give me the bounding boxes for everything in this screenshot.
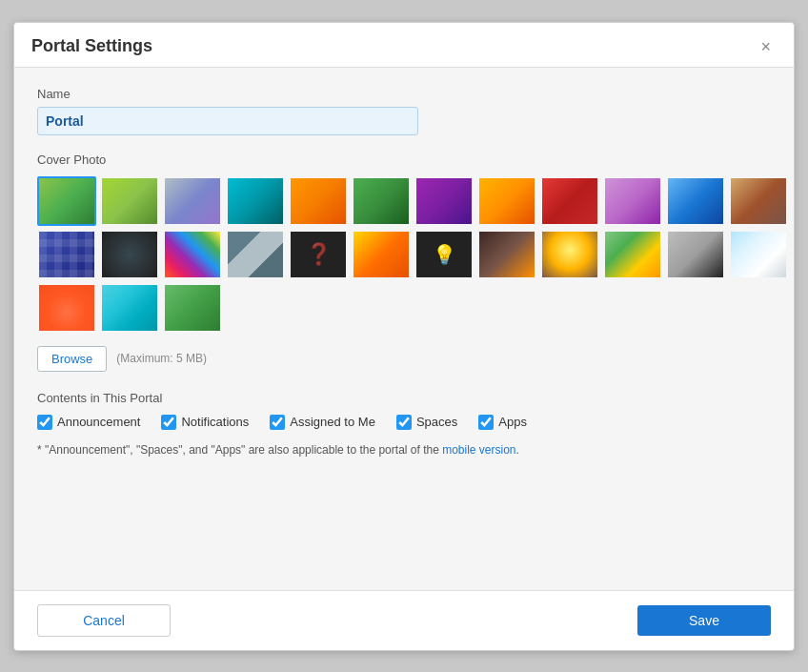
photo-thumb-11[interactable] [666, 176, 725, 226]
dialog-body: Name Cover Photo [14, 68, 794, 590]
photo-thumb-19[interactable]: 💡 [414, 230, 474, 279]
assigned-label[interactable]: Assigned to Me [290, 415, 375, 429]
photo-thumb-13[interactable] [37, 230, 96, 279]
contents-note: * "Announcement", "Spaces", and "Apps" a… [37, 443, 771, 457]
announcement-label[interactable]: Announcement [57, 415, 140, 429]
browse-button[interactable]: Browse [37, 346, 107, 372]
checkbox-item-spaces: Spaces [396, 415, 457, 430]
photo-thumb-6[interactable] [352, 176, 411, 226]
portal-settings-dialog: Portal Settings × Name Cover Photo [13, 22, 795, 651]
photo-thumb-2[interactable] [100, 176, 159, 226]
notifications-label[interactable]: Notifications [181, 415, 249, 429]
photo-thumb-3[interactable] [163, 176, 222, 226]
photo-thumb-25[interactable] [37, 283, 96, 333]
photo-thumb-12[interactable] [729, 176, 788, 226]
photo-thumb-10[interactable] [603, 176, 662, 226]
apps-checkbox[interactable] [478, 415, 494, 430]
photo-thumb-20[interactable] [477, 230, 536, 279]
notifications-checkbox[interactable] [161, 415, 176, 430]
photo-thumb-21[interactable] [540, 230, 599, 279]
name-input[interactable] [37, 107, 418, 135]
photo-thumb-18[interactable] [352, 230, 411, 279]
checkbox-item-announcement: Announcement [37, 415, 140, 430]
browse-hint: (Maximum: 5 MB) [116, 352, 207, 365]
spaces-label[interactable]: Spaces [416, 415, 457, 429]
save-button[interactable]: Save [637, 605, 771, 636]
checkbox-item-assigned: Assigned to Me [270, 415, 375, 430]
photo-thumb-4[interactable] [226, 176, 285, 226]
dialog-footer: Cancel Save [14, 590, 794, 650]
photo-thumb-16[interactable] [226, 230, 285, 279]
announcement-checkbox[interactable] [37, 415, 52, 430]
photo-thumb-26[interactable] [100, 283, 159, 333]
checkbox-item-notifications: Notifications [161, 415, 249, 430]
dialog-header: Portal Settings × [14, 23, 794, 68]
photo-thumb-14[interactable] [100, 230, 159, 279]
cancel-button[interactable]: Cancel [37, 604, 171, 637]
photo-thumb-8[interactable] [477, 176, 536, 226]
photo-row-2: ❓ 💡 [37, 230, 771, 279]
photo-thumb-5[interactable] [289, 176, 348, 226]
close-button[interactable]: × [755, 36, 777, 57]
photo-thumb-9[interactable] [540, 176, 599, 226]
apps-label[interactable]: Apps [498, 415, 527, 429]
dialog-title: Portal Settings [31, 36, 152, 56]
photo-row-1 [37, 176, 771, 226]
photo-thumb-15[interactable] [163, 230, 222, 279]
assigned-checkbox[interactable] [270, 415, 285, 430]
mobile-version-link[interactable]: mobile version [442, 443, 515, 457]
cover-photos-grid: ❓ 💡 [37, 176, 771, 333]
cover-photo-label: Cover Photo [37, 153, 771, 167]
browse-row: Browse (Maximum: 5 MB) [37, 346, 771, 372]
checkbox-item-apps: Apps [478, 415, 527, 430]
name-label: Name [37, 87, 771, 101]
photo-thumb-1[interactable] [37, 176, 96, 226]
checkboxes-row: Announcement Notifications Assigned to M… [37, 415, 771, 430]
photo-row-3 [37, 283, 771, 333]
photo-thumb-7[interactable] [414, 176, 474, 226]
photo-thumb-22[interactable] [603, 230, 662, 279]
contents-section: Contents in This Portal Announcement Not… [37, 391, 771, 457]
photo-thumb-23[interactable] [666, 230, 725, 279]
spaces-checkbox[interactable] [396, 415, 412, 430]
photo-thumb-27[interactable] [163, 283, 222, 333]
photo-thumb-24[interactable] [729, 230, 788, 279]
photo-thumb-17[interactable]: ❓ [289, 230, 348, 279]
contents-label: Contents in This Portal [37, 391, 771, 405]
